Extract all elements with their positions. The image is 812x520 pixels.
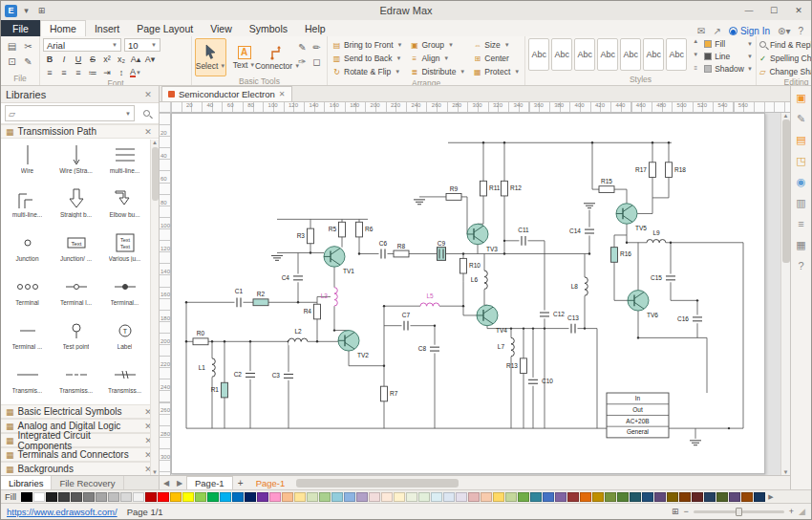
note-icon[interactable]: ▥ [794,195,809,210]
color-swatch[interactable] [195,492,206,502]
font-name-select[interactable]: Arial▼ [43,38,121,52]
subscript-button[interactable]: x₂ [115,53,128,65]
style-preview-5[interactable]: Abc [620,38,641,71]
feedback-icon[interactable]: ✉ [697,26,705,36]
sign-in-button[interactable]: Sign In [729,26,770,36]
rotate-flip-button[interactable]: ↻Rotate & Flip▼ [331,65,404,78]
align-button[interactable]: ≡Align▼ [408,52,467,65]
style-preview-2[interactable]: Abc [551,38,572,71]
style-preview-1[interactable]: Abc [528,38,549,71]
color-swatch[interactable] [182,492,194,502]
shadow-button[interactable]: Shadow▼ [704,63,753,75]
scroll-thumb[interactable] [152,147,159,201]
styles-icon[interactable]: ▤ [794,132,809,147]
copy-button[interactable]: ⊡ [4,54,20,69]
library-symbol-transmiss[interactable]: Transmiss... [52,360,100,404]
color-swatch[interactable] [344,492,355,502]
color-swatch[interactable] [170,492,182,502]
color-swatch[interactable] [567,492,579,502]
send-to-back-button[interactable]: ▥Send to Back▼ [331,52,404,65]
section-transmission-path[interactable]: ▦ Transmission Path ✕ [1,124,159,139]
format-painter-button[interactable]: ✎ [20,54,36,69]
tab-home[interactable]: Home [40,20,86,36]
brush-tool-button[interactable]: ✑ [295,54,310,69]
share-icon[interactable]: ↗ [714,26,721,36]
text-tool-button[interactable]: A Text▼ [228,38,260,76]
scroll-up-icon[interactable]: ▲ [152,140,158,145]
color-swatch[interactable] [617,492,629,502]
color-swatch[interactable] [294,492,306,502]
styles-gallery-icon[interactable]: ≡ [691,65,700,71]
tab-insert[interactable]: Insert [86,21,128,36]
bullets-button[interactable]: ≔ [86,66,99,78]
panel-tab-libraries[interactable]: Libraries [1,476,52,489]
color-swatch[interactable] [741,492,753,502]
color-swatch[interactable] [481,492,492,502]
scroll-thumb[interactable] [296,479,459,488]
color-swatch[interactable] [605,492,616,502]
color-swatch[interactable] [220,492,231,502]
color-swatch[interactable] [443,492,455,502]
color-swatch[interactable] [630,492,641,502]
color-swatch[interactable] [257,492,268,502]
tab-help[interactable]: Help [296,21,334,36]
add-page-button[interactable]: + [233,478,248,488]
color-swatch[interactable] [406,492,417,502]
style-preview-3[interactable]: Abc [574,38,595,71]
library-symbol-junction[interactable]: Junction [3,228,52,272]
library-symbol-straight-b[interactable]: Straight b... [52,184,100,228]
library-symbol-terminal[interactable]: Terminal ... [3,316,52,360]
drawing-page[interactable]: R0R1R2R3R4R5R6R7R8R9R10R11R12R13R15R16R1… [171,113,765,474]
edrawsoft-link[interactable]: https://www.edrawsoft.com/ [7,507,118,517]
panel-scrollbar[interactable]: ▲ ▼ [150,140,159,475]
zoom-slider-thumb[interactable] [736,508,742,516]
color-swatch[interactable] [207,492,219,502]
color-swatch[interactable] [530,492,542,502]
align-left-button[interactable]: ≡ [43,66,56,78]
section-backgrounds[interactable]: ▦Backgrounds✕ [1,462,159,475]
color-swatch[interactable] [133,492,144,502]
italic-button[interactable]: I [57,53,71,65]
color-swatch[interactable] [667,492,678,502]
library-symbol-wire-stra[interactable]: Wire (Stra... [52,141,100,184]
color-swatch[interactable] [46,492,57,502]
library-symbol-test-point[interactable]: Test point [52,316,100,360]
color-swatch[interactable] [96,492,107,502]
line-spacing-button[interactable]: ↕ [115,66,128,78]
zoom-slider[interactable] [694,510,784,513]
help-icon[interactable]: ? [798,26,803,36]
fit-page-icon[interactable]: ⊞ [672,507,679,516]
color-swatch[interactable] [269,492,281,502]
color-swatch[interactable] [356,492,368,502]
font-size-select[interactable]: 10▼ [124,38,160,52]
grow-font-button[interactable]: A▴ [129,53,142,65]
style-preview-6[interactable]: Abc [643,38,664,71]
styles-scroll-down-icon[interactable]: ▼ [691,52,700,57]
color-swatch[interactable] [431,492,442,502]
library-symbol-transmiss[interactable]: Transmiss... [100,360,149,404]
color-swatch[interactable] [704,492,716,502]
color-swatch[interactable] [754,492,765,502]
eraser-tool-button[interactable]: ◻ [310,54,324,69]
pen-tool-button[interactable]: ✏ [310,40,324,54]
color-swatch[interactable] [394,492,405,502]
center-button[interactable]: ⊞Center [471,52,522,65]
panel-tab-file-recovery[interactable]: File Recovery [52,476,123,489]
color-swatch[interactable] [369,492,380,502]
settings-gear-icon[interactable]: ⊛▾ [778,26,790,36]
color-swatch[interactable] [71,492,82,502]
library-search-button[interactable] [138,105,155,121]
group-button[interactable]: ▣Group▼ [408,38,467,52]
section-integrated-circuit-components[interactable]: ▦Integrated Circuit Components✕ [1,433,159,447]
attribute-icon[interactable]: ≡ [794,216,809,231]
format-icon[interactable]: ▣ [794,90,809,105]
color-swatch[interactable] [21,492,32,502]
cut-button[interactable]: ✂ [20,38,36,54]
library-symbol-junction[interactable]: TextJunction/ ... [52,228,100,272]
tab-file[interactable]: File [1,20,40,36]
color-swatch[interactable] [518,492,529,502]
styles-scroll-up-icon[interactable]: ▲ [691,38,700,44]
maximize-button[interactable]: ☐ [761,1,786,20]
page-tab[interactable]: Page-1 [186,476,233,489]
color-swatch[interactable] [543,492,554,502]
